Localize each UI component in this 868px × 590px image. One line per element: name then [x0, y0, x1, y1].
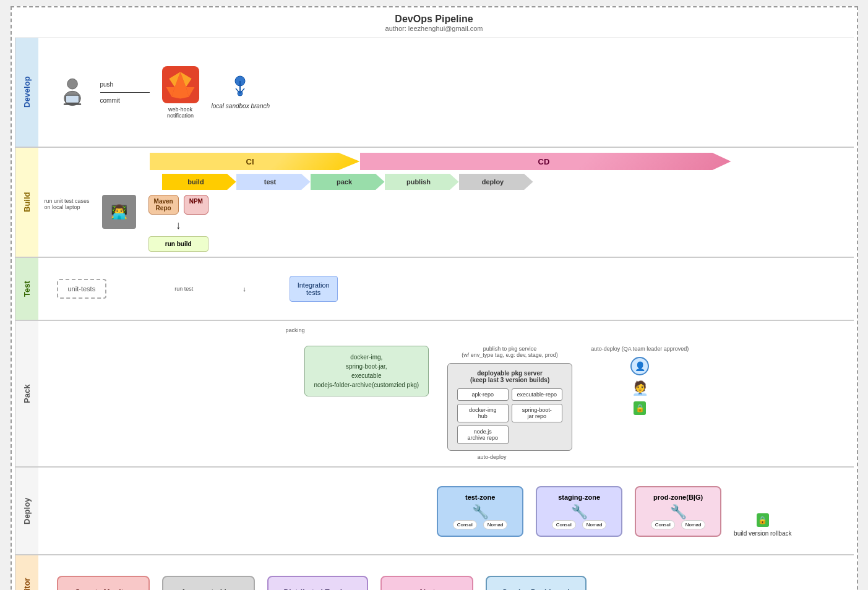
- prod-zone-box: prod-zone(B|G) 🔧 Consul Nomad: [635, 486, 721, 537]
- run-test-label: run test: [174, 286, 193, 292]
- stage-publish: publish: [385, 174, 459, 190]
- build-label: Build: [15, 148, 38, 257]
- staging-zone-title: staging-zone: [546, 494, 612, 501]
- test-content: unit-tests run test ↓ Integration tests: [38, 258, 854, 320]
- arrow-down-1: ↓: [176, 219, 181, 232]
- pkg-server-box: deployable pkg server (keep last 3 versi…: [447, 363, 572, 451]
- developer-icon: [57, 77, 88, 108]
- stage-build: build: [162, 174, 236, 190]
- developer-figure: [57, 77, 88, 108]
- consul-badge-prod: Consul: [651, 520, 675, 529]
- auto-deploy-qa-label: auto-deploy (QA team leader approved): [591, 346, 689, 352]
- npm-box: NPM: [184, 195, 208, 215]
- build-boxes: Maven Repo NPM ↓ run build: [148, 195, 208, 252]
- ci-cd-arrows: CI CD: [150, 153, 848, 170]
- run-unit-label: run unit test cases on local laptop: [45, 198, 90, 210]
- push-label: push: [100, 81, 150, 88]
- pkg-repos: apk-repo executable-repo docker-img hub …: [457, 388, 562, 444]
- maven-repo-box: Maven Repo: [148, 195, 179, 215]
- source-icon: [230, 75, 251, 100]
- dev-figure: 👨‍💻: [102, 195, 136, 229]
- svg-rect-4: [63, 103, 80, 105]
- pkg-server-area: publish to pkg service (w/ env_type tag,…: [447, 346, 572, 451]
- deploy-content: test-zone 🔧 Consul Nomad staging-zone 🔧 …: [38, 468, 854, 554]
- stage-arrows: build test pack publish deploy: [162, 174, 848, 190]
- run-build-box: run build: [148, 236, 208, 252]
- deploy-row: Deploy test-zone 🔧 Consul Nomad staging-…: [15, 468, 854, 555]
- svg-rect-3: [66, 96, 79, 103]
- nomad-badge-test: Nomad: [483, 520, 508, 529]
- main-container: DevOps Pipeline author: leezhenghui@gmai…: [11, 6, 858, 590]
- build-row: Build CI CD build test pack: [15, 148, 854, 258]
- unit-tests-box: unit-tests: [57, 279, 107, 299]
- docker-img-hub: docker-img hub: [457, 404, 509, 422]
- develop-label: Develop: [15, 38, 38, 147]
- pack-content: packing docker-img, spring-boot-jar, exe…: [38, 321, 854, 466]
- rollback-area: 🔒 build version rollback: [734, 486, 791, 537]
- staging-zone-box: staging-zone 🔧 Consul Nomad: [536, 486, 622, 537]
- monitor-content: Sysmte Monitor Aggregated log Distribute…: [38, 555, 854, 590]
- packing-label: packing: [286, 327, 841, 333]
- svg-point-0: [67, 79, 77, 89]
- ci-arrow: CI: [150, 153, 360, 170]
- header: DevOps Pipeline author: leezhenghui@gmai…: [15, 11, 854, 38]
- stage-test: test: [236, 174, 311, 190]
- red-person-icon: 🧑‍💼: [632, 380, 648, 396]
- test-zone-title: test-zone: [447, 494, 513, 501]
- gitlab-icon: [162, 66, 199, 103]
- auto-deploy-label: auto-deploy: [478, 454, 841, 460]
- commit-push-labels: push commit: [100, 81, 150, 104]
- lock-icon: 🔒: [634, 401, 646, 415]
- source-info: local sandbox branch: [212, 75, 270, 109]
- webhook-label: web-hook notification: [167, 106, 194, 119]
- commit-label: commit: [100, 97, 150, 104]
- develop-inner: push commit: [45, 43, 848, 142]
- apk-repo: apk-repo: [457, 388, 509, 401]
- executable-repo: executable-repo: [512, 388, 563, 401]
- docker-pkg-box: docker-img, spring-boot-jar, executable …: [304, 346, 429, 396]
- nomad-badge-prod: Nomad: [681, 520, 706, 529]
- deploy-label: Deploy: [15, 468, 38, 554]
- integration-tests-box: Integration tests: [290, 276, 338, 302]
- prod-zone-title: prod-zone(B|G): [645, 494, 711, 501]
- test-zone-badges: Consul Nomad: [447, 520, 513, 529]
- source-label: local sandbox branch: [212, 103, 270, 109]
- alert-box: Alert: [380, 576, 473, 590]
- stage-deploy: deploy: [459, 174, 533, 190]
- page-title: DevOps Pipeline: [15, 14, 854, 25]
- stage-pack: pack: [311, 174, 385, 190]
- rollback-label: build version rollback: [734, 530, 791, 537]
- nomad-badge-staging: Nomad: [582, 520, 607, 529]
- pkg-server-title: deployable pkg server (keep last 3 versi…: [457, 370, 562, 383]
- author-label: author: leezhenghui@gmail.com: [15, 25, 854, 32]
- monitor-label: Monitor: [15, 555, 38, 590]
- dev-avatar: 👨‍💻: [102, 195, 136, 229]
- maven-npm-row: Maven Repo NPM: [148, 195, 208, 215]
- consul-badge-staging: Consul: [552, 520, 576, 529]
- test-zone-icon: 🔧: [447, 504, 513, 520]
- develop-content: push commit: [38, 38, 854, 147]
- gitlab-box: web-hook notification: [162, 66, 199, 119]
- qa-person-icon: 👤: [630, 357, 649, 375]
- spring-boot-jar-repo: spring-boot- jar repo: [512, 404, 563, 422]
- svg-marker-13: [172, 87, 189, 98]
- consul-badge-test: Consul: [453, 520, 477, 529]
- pack-row: Pack packing docker-img, spring-boot-jar…: [15, 321, 854, 468]
- publish-label: publish to pkg service (w/ env_type tag,…: [447, 346, 572, 358]
- cd-arrow: CD: [360, 153, 731, 170]
- pack-label: Pack: [15, 321, 38, 466]
- arrow-down-2: ↓: [243, 285, 246, 293]
- prod-zone-icon: 🔧: [645, 504, 711, 520]
- test-row: Test unit-tests run test ↓ Integration t…: [15, 258, 854, 321]
- monitor-row: Monitor Sysmte Monitor Aggregated log Di…: [15, 555, 854, 590]
- rollback-lock-icon: 🔒: [757, 513, 769, 527]
- distributed-tracing-box: Distributed Tracing: [267, 576, 368, 590]
- build-content: CI CD build test pack publish: [38, 148, 854, 257]
- deploy-zones: test-zone 🔧 Consul Nomad staging-zone 🔧 …: [51, 486, 841, 537]
- system-monitor-box: Sysmte Monitor: [57, 576, 150, 590]
- test-zone-box: test-zone 🔧 Consul Nomad: [437, 486, 523, 537]
- aggregated-log-box: Aggregated log: [162, 576, 255, 590]
- pack-inner: docker-img, spring-boot-jar, executable …: [51, 346, 841, 451]
- test-label: Test: [15, 258, 38, 320]
- prod-zone-badges: Consul Nomad: [645, 520, 711, 529]
